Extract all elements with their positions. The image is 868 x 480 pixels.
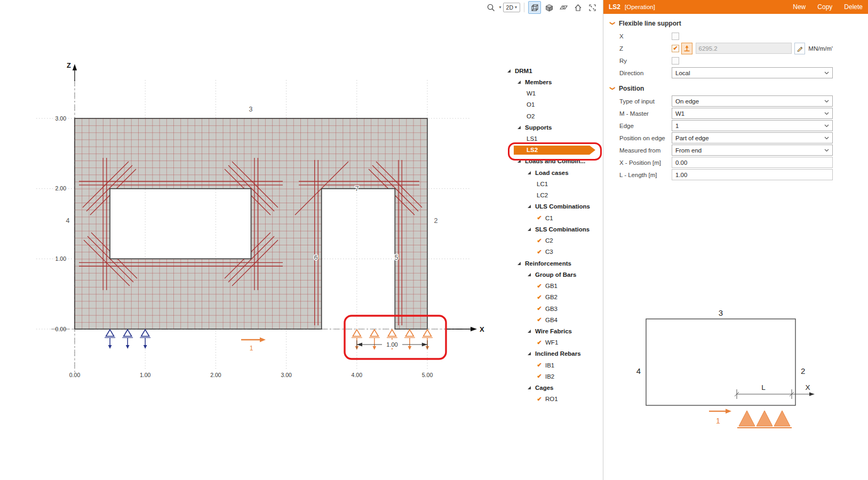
x-checkbox[interactable] bbox=[672, 33, 679, 40]
expander-icon[interactable] bbox=[515, 159, 523, 163]
axis-z-label: Z bbox=[67, 61, 71, 69]
expander-icon[interactable] bbox=[525, 227, 533, 231]
tree-item[interactable]: ✔ O1 bbox=[500, 99, 603, 110]
tree-item-label: GB4 bbox=[544, 317, 559, 323]
check-icon[interactable]: ✔ bbox=[535, 283, 544, 290]
check-icon[interactable]: ✔ bbox=[535, 237, 544, 244]
tree-item[interactable]: ✔ LC1 bbox=[500, 178, 603, 189]
tree-item[interactable]: ✔ Members bbox=[500, 76, 603, 87]
expander-icon[interactable] bbox=[525, 351, 533, 356]
check-icon[interactable]: ✔ bbox=[535, 339, 544, 346]
expander-icon[interactable] bbox=[515, 261, 523, 266]
axis-x: X bbox=[446, 325, 484, 333]
z-checkbox[interactable]: ✔ bbox=[672, 45, 679, 52]
check-icon[interactable]: ✔ bbox=[535, 305, 544, 312]
workplane-button[interactable] bbox=[557, 1, 570, 14]
property-control[interactable]: From end bbox=[672, 145, 833, 156]
support-stiffness-icon[interactable] bbox=[681, 43, 692, 54]
support-ls1[interactable] bbox=[105, 330, 150, 349]
direction-select[interactable]: Local bbox=[672, 67, 833, 78]
property-control[interactable]: 0.00 bbox=[672, 157, 833, 168]
property-control[interactable]: On edge bbox=[672, 95, 833, 107]
tree-item[interactable]: ✔ Reinforcements bbox=[500, 258, 603, 269]
tree-item[interactable]: ✔ DRM1 bbox=[500, 65, 603, 76]
check-icon[interactable]: ✔ bbox=[535, 316, 544, 323]
copy-button[interactable]: Copy bbox=[817, 3, 832, 11]
check-icon[interactable]: ✔ bbox=[535, 396, 544, 403]
tree-item-label: W1 bbox=[525, 90, 537, 97]
check-icon[interactable]: ✔ bbox=[535, 214, 544, 221]
tree-item-label: GB2 bbox=[544, 294, 559, 300]
expander-icon[interactable] bbox=[525, 204, 533, 209]
tree-item[interactable]: ✔ WF1 bbox=[500, 337, 603, 348]
property-control[interactable]: W1 bbox=[672, 108, 833, 119]
check-icon[interactable]: ✔ bbox=[535, 362, 544, 369]
dimension: 1.00 bbox=[357, 340, 427, 349]
tree-item[interactable]: ✔ C3 bbox=[500, 246, 603, 258]
expander-icon[interactable] bbox=[525, 329, 533, 333]
tree-item[interactable]: ✔ C2 bbox=[500, 235, 603, 246]
wall-member[interactable] bbox=[75, 118, 427, 329]
svg-text:3.00: 3.00 bbox=[55, 115, 67, 122]
tree-item[interactable]: ✔ IB1 bbox=[500, 359, 603, 371]
tree-item[interactable]: ✔ LS1 bbox=[500, 133, 603, 144]
expander-icon[interactable] bbox=[525, 171, 533, 175]
property-control[interactable]: 1 bbox=[672, 120, 833, 131]
tree-item[interactable]: ✔ Inclined Rebars bbox=[500, 348, 603, 359]
z-stiffness-input[interactable]: 6295.2 bbox=[696, 43, 792, 54]
toolbar-divider bbox=[524, 3, 524, 12]
zoom-fit-button[interactable] bbox=[586, 1, 599, 14]
tree-item[interactable]: ✔ W1 bbox=[500, 87, 603, 99]
tree-item[interactable]: ✔ Loads and Combin... bbox=[500, 156, 603, 167]
new-button[interactable]: New bbox=[793, 3, 806, 11]
tree-item[interactable]: ✔ C1 bbox=[500, 212, 603, 223]
home-view-button[interactable] bbox=[571, 1, 584, 14]
check-icon[interactable]: ✔ bbox=[535, 294, 544, 301]
tree-item-label: C1 bbox=[544, 215, 555, 221]
tree-item[interactable]: ✔ O2 bbox=[500, 110, 603, 122]
tree-item[interactable]: ✔ Wire Fabrics bbox=[500, 325, 603, 337]
tree-item[interactable]: ✔ LS2 bbox=[500, 145, 603, 156]
check-icon[interactable]: ✔ bbox=[535, 249, 544, 255]
section-flexible-line-support[interactable]: ❯ Flexible line support bbox=[610, 20, 868, 27]
view-axonometry-button[interactable] bbox=[528, 1, 541, 14]
tree-item[interactable]: ✔ Cages bbox=[500, 382, 603, 394]
schematic-edge-left: 4 bbox=[636, 366, 641, 375]
model-view[interactable]: 1.00 1 X Z 3.00 2.0 bbox=[0, 0, 603, 480]
tree-item[interactable]: ✔ Load cases bbox=[500, 167, 603, 178]
chevron-down-icon bbox=[824, 100, 829, 103]
schematic-edge-right: 2 bbox=[801, 366, 805, 375]
tree-item[interactable]: ✔ GB4 bbox=[500, 314, 603, 325]
section-collapse-icon[interactable]: ❯ bbox=[610, 86, 616, 91]
load-case-label: 1 bbox=[250, 345, 253, 352]
tree-item[interactable]: ✔ Supports bbox=[500, 122, 603, 133]
property-row: X - Position [m] 0.00 bbox=[603, 156, 868, 169]
check-icon[interactable]: ✔ bbox=[535, 373, 544, 380]
expander-icon[interactable] bbox=[515, 125, 523, 130]
tree-item[interactable]: ✔ GB3 bbox=[500, 303, 603, 314]
delete-button[interactable]: Delete bbox=[844, 3, 863, 11]
zoom-tool-button[interactable] bbox=[485, 1, 498, 14]
property-control[interactable]: 1.00 bbox=[672, 169, 833, 180]
edit-pencil-icon[interactable] bbox=[794, 43, 806, 54]
expander-icon[interactable] bbox=[525, 273, 533, 277]
property-label: X - Position [m] bbox=[619, 159, 672, 166]
tree-item[interactable]: ✔ Group of Bars bbox=[500, 269, 603, 280]
view-2d-button[interactable]: 2D ▾ bbox=[503, 3, 520, 12]
expander-icon[interactable] bbox=[505, 69, 513, 73]
ry-checkbox[interactable] bbox=[672, 57, 679, 65]
tree-item[interactable]: ✔ GB1 bbox=[500, 280, 603, 291]
section-position[interactable]: ❯ Position bbox=[610, 85, 868, 92]
view-rendered-button[interactable] bbox=[543, 1, 555, 14]
expander-icon[interactable] bbox=[515, 80, 523, 84]
property-control[interactable]: Part of edge bbox=[672, 132, 833, 143]
tree-item[interactable]: ✔ SLS Combinations bbox=[500, 223, 603, 235]
tree-item[interactable]: ✔ LC2 bbox=[500, 190, 603, 201]
zoom-dropdown-chevron[interactable]: ▾ bbox=[499, 5, 501, 10]
tree-item[interactable]: ✔ IB2 bbox=[500, 371, 603, 382]
section-collapse-icon[interactable]: ❯ bbox=[610, 21, 616, 26]
tree-item[interactable]: ✔ RO1 bbox=[500, 394, 603, 405]
expander-icon[interactable] bbox=[525, 386, 533, 390]
tree-item[interactable]: ✔ GB2 bbox=[500, 292, 603, 303]
tree-item[interactable]: ✔ ULS Combinations bbox=[500, 201, 603, 212]
